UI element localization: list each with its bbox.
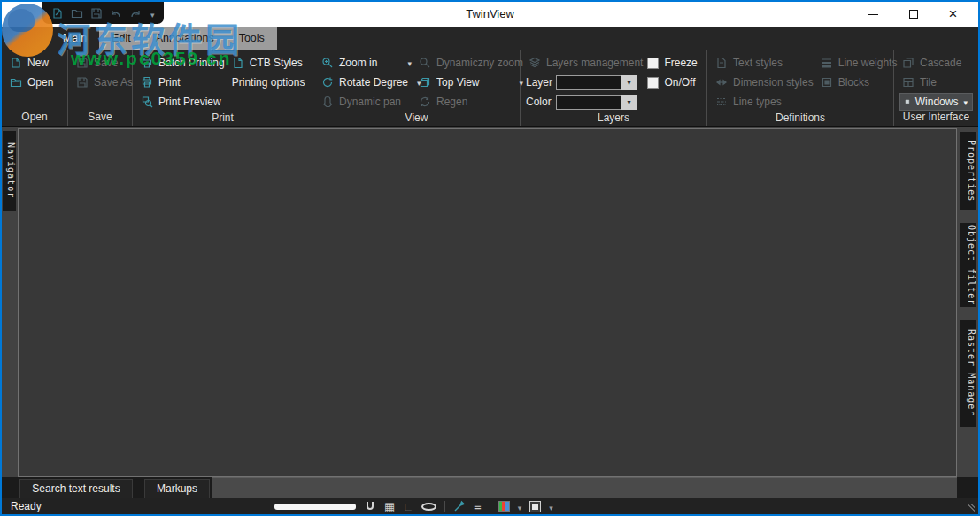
drawing-canvas[interactable]	[18, 128, 957, 477]
group-label-view: View	[313, 112, 520, 126]
open-folder-icon	[10, 76, 22, 89]
save-icon	[76, 57, 89, 69]
layer-combo-row: Layer	[526, 73, 645, 92]
dimension-styles-button[interactable]: Dimension styles	[713, 73, 816, 92]
status-slider[interactable]	[274, 504, 356, 510]
ctb-styles-button[interactable]: CTB Styles	[229, 53, 308, 73]
tab-search-text-results[interactable]: Search text results	[19, 479, 133, 498]
rotate-degree-button[interactable]: Rotate Degree	[319, 73, 414, 92]
dynamic-pan-icon	[321, 96, 334, 108]
save-button[interactable]: Save	[73, 53, 135, 73]
tab-main[interactable]: Main	[50, 27, 99, 50]
ribbon-group-open: New Open Open	[2, 50, 68, 126]
color-combo-dropdown-icon[interactable]	[621, 95, 637, 110]
tab-annotations[interactable]: Annotations	[143, 27, 227, 50]
layers-management-button[interactable]: Layers management	[526, 53, 645, 73]
freeze-label: Freeze	[664, 57, 697, 69]
open-file-icon[interactable]	[71, 7, 83, 19]
blocks-icon	[821, 76, 833, 89]
draw-order-dropdown-icon[interactable]	[549, 498, 553, 514]
background-color-dropdown-icon[interactable]	[518, 498, 522, 514]
regen-icon	[419, 96, 431, 108]
background-color-icon[interactable]	[498, 501, 510, 512]
maximize-button[interactable]	[893, 2, 933, 27]
print-icon	[141, 76, 153, 89]
app-window: TwinView Main Edit Annotations Tools	[0, 0, 980, 516]
ctb-styles-icon	[232, 57, 244, 69]
dynamic-zoom-button[interactable]: Dynamiczny zoom	[416, 53, 526, 73]
ribbon-group-view: Zoom in Rotate Degree Dynamic pan	[313, 50, 521, 126]
color-label: Color	[526, 96, 556, 108]
print-preview-icon	[141, 96, 153, 108]
qat-dropdown-icon[interactable]	[150, 5, 155, 21]
polar-tracking-icon[interactable]	[403, 498, 413, 514]
line-weights-icon	[821, 57, 833, 69]
print-button[interactable]: Print	[138, 73, 228, 92]
maximize-icon	[909, 10, 918, 19]
undo-icon[interactable]	[110, 7, 122, 19]
minimize-button[interactable]	[853, 2, 893, 27]
status-menu-icon[interactable]	[474, 498, 482, 514]
panel-tab-navigator[interactable]: Navigator	[3, 131, 16, 211]
regen-button[interactable]: Regen	[416, 92, 526, 112]
zoom-in-dropdown-icon[interactable]	[404, 57, 412, 69]
batch-printing-icon	[141, 57, 153, 69]
redo-icon[interactable]	[129, 7, 142, 19]
tab-tools[interactable]: Tools	[227, 27, 277, 50]
onoff-checkbox[interactable]	[647, 77, 659, 89]
tab-markups[interactable]: Markups	[144, 479, 210, 498]
save-as-icon	[76, 76, 89, 89]
line-types-button[interactable]: Line types	[713, 92, 816, 112]
save-icon[interactable]	[90, 7, 103, 19]
resize-grip[interactable]	[968, 504, 975, 512]
color-combo-value[interactable]	[556, 95, 621, 110]
dynamic-pan-button[interactable]: Dynamic pan	[319, 92, 414, 112]
ribbon-group-definitions: Text styles Dimension styles Line types …	[707, 50, 894, 126]
batch-printing-button[interactable]: Batch Printing	[138, 53, 228, 73]
printing-options-button[interactable]: Printing options	[229, 73, 308, 92]
layer-combo-value[interactable]	[556, 75, 621, 90]
new-drawing-icon[interactable]	[51, 7, 64, 19]
tab-edit[interactable]: Edit	[99, 27, 143, 50]
layer-combo-dropdown-icon[interactable]	[621, 75, 637, 90]
color-combobox[interactable]	[556, 95, 637, 110]
grid-toggle-icon[interactable]	[384, 498, 395, 514]
main-area: Navigator Properties Object filter Raste…	[2, 126, 978, 477]
snap-magnet-icon[interactable]	[364, 500, 376, 512]
ribbon-group-print: Batch Printing Print Print Preview CTB S…	[133, 50, 313, 126]
line-weights-button[interactable]: Line weights	[818, 53, 900, 73]
ribbon-group-save: Save Save As Save	[68, 50, 133, 126]
ribbon-tabstrip: Main Edit Annotations Tools	[50, 27, 277, 50]
draw-order-icon[interactable]	[529, 501, 541, 512]
bottom-strip-filler	[212, 477, 957, 498]
status-divider	[444, 501, 445, 512]
print-preview-button[interactable]: Print Preview	[138, 92, 228, 112]
panel-tab-raster-manager[interactable]: Raster Manager	[960, 320, 976, 427]
group-label-layers: Layers	[521, 112, 706, 126]
new-icon	[10, 57, 22, 69]
zoom-in-button[interactable]: Zoom in	[319, 53, 414, 73]
top-view-button[interactable]: Top View	[416, 73, 526, 92]
close-button[interactable]	[933, 2, 973, 27]
bottom-tab-strip: Search text results Markups	[2, 477, 978, 498]
onoff-label: On/Off	[664, 76, 695, 89]
new-button[interactable]: New	[7, 53, 56, 73]
group-label-save: Save	[68, 111, 132, 126]
status-divider	[266, 501, 266, 512]
text-styles-button[interactable]: Text styles	[713, 53, 816, 73]
status-toolbar	[266, 498, 553, 514]
lineweight-display-icon[interactable]	[421, 503, 436, 511]
freeze-checkbox[interactable]	[647, 58, 659, 69]
windows-dropdown-icon	[963, 96, 968, 108]
windows-button[interactable]: Windows	[899, 93, 973, 111]
blocks-button[interactable]: Blocks	[818, 73, 900, 92]
panel-tab-properties[interactable]: Properties	[960, 132, 976, 210]
cascade-button[interactable]: Cascade	[899, 53, 973, 73]
open-button[interactable]: Open	[7, 73, 56, 92]
pick-tool-icon[interactable]	[453, 500, 466, 512]
tile-button[interactable]: Tile	[899, 73, 973, 92]
panel-tab-object-filter[interactable]: Object filter	[960, 223, 976, 307]
save-as-button[interactable]: Save As	[73, 73, 135, 92]
layer-combobox[interactable]	[556, 75, 637, 90]
ribbon-group-user-interface: Cascade Tile Windows User Interface	[894, 50, 978, 126]
